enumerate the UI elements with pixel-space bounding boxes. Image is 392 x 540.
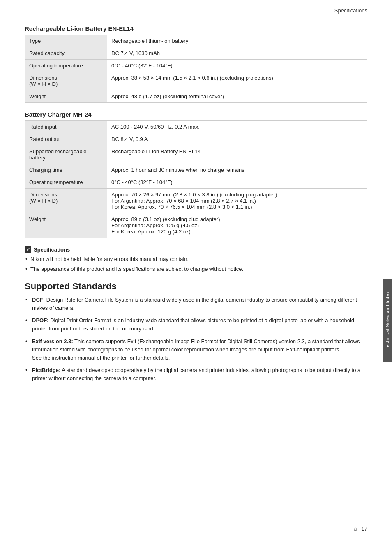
row-label: Rated input xyxy=(25,121,107,133)
sun-icon: ☼ xyxy=(353,525,358,532)
row-value: DC 8.4 V, 0.9 A xyxy=(107,133,367,145)
specs-note-title: ✓ Specifications xyxy=(25,246,367,253)
supported-standards-title: Supported Standards xyxy=(25,281,367,292)
row-label: Dimensions (W × H × D) xyxy=(25,72,107,90)
specs-note: ✓ Specifications Nikon will not be held … xyxy=(25,246,367,273)
table-row: WeightApprox. 89 g (3.1 oz) (excluding p… xyxy=(25,213,367,238)
table-row: TypeRechargeable lithium-ion battery xyxy=(25,35,367,47)
row-value: Approx. 48 g (1.7 oz) (excluding termina… xyxy=(107,90,367,103)
main-content: Rechargeable Li-ion Battery EN-EL14 Type… xyxy=(0,25,392,403)
battery-table: TypeRechargeable lithium-ion batteryRate… xyxy=(25,35,367,103)
standard-term: DCF: xyxy=(32,297,45,303)
table-row: Charging timeApprox. 1 hour and 30 minut… xyxy=(25,164,367,176)
header-title: Specifications xyxy=(334,7,367,14)
table-row: Rated inputAC 100 - 240 V, 50/60 Hz, 0.2… xyxy=(25,121,367,133)
standard-text: Digital Print Order Format is an industr… xyxy=(32,317,354,332)
table-row: WeightApprox. 48 g (1.7 oz) (excluding t… xyxy=(25,90,367,103)
table-row: Dimensions (W × H × D)Approx. 38 × 53 × … xyxy=(25,72,367,90)
row-value: 0°C - 40°C (32°F - 104°F) xyxy=(107,60,367,72)
standards-list: DCF: Design Rule for Camera File System … xyxy=(25,296,367,383)
charger-table: Rated inputAC 100 - 240 V, 50/60 Hz, 0.2… xyxy=(25,120,367,238)
sidebar-label: Technical Notes and Index xyxy=(385,291,390,350)
list-item: Exif version 2.3: This camera supports E… xyxy=(25,337,367,362)
row-label: Rated output xyxy=(25,133,107,145)
standard-term: Exif version 2.3: xyxy=(32,338,73,344)
table-row: Operating temperature0°C - 40°C (32°F - … xyxy=(25,176,367,189)
list-item: DCF: Design Rule for Camera File System … xyxy=(25,296,367,312)
standard-term: PictBridge: xyxy=(32,367,60,373)
table-row: Operating temperature0°C - 40°C (32°F - … xyxy=(25,60,367,72)
specs-bullets-list: Nikon will not be held liable for any er… xyxy=(25,255,367,273)
row-value: Rechargeable lithium-ion battery xyxy=(107,35,367,47)
row-value: Approx. 1 hour and 30 minutes when no ch… xyxy=(107,164,367,176)
row-label: Supported rechargeable battery xyxy=(25,145,107,164)
charger-section-title: Battery Charger MH-24 xyxy=(25,111,367,118)
standard-term: DPOF: xyxy=(32,317,48,323)
row-label: Type xyxy=(25,35,107,47)
page-num-val: 17 xyxy=(362,526,367,532)
battery-section-title: Rechargeable Li-ion Battery EN-EL14 xyxy=(25,25,367,32)
row-value: Approx. 38 × 53 × 14 mm (1.5 × 2.1 × 0.6… xyxy=(107,72,367,90)
row-label: Dimensions (W × H × D) xyxy=(25,189,107,213)
check-icon: ✓ xyxy=(25,246,31,253)
row-value: AC 100 - 240 V, 50/60 Hz, 0.2 A max. xyxy=(107,121,367,133)
row-label: Rated capacity xyxy=(25,47,107,60)
row-value: DC 7.4 V, 1030 mAh xyxy=(107,47,367,60)
standard-text: Design Rule for Camera File System is a … xyxy=(32,297,357,311)
list-item: DPOF: Digital Print Order Format is an i… xyxy=(25,316,367,333)
standard-text: A standard developed cooperatively by th… xyxy=(32,367,360,381)
row-value: Approx. 89 g (3.1 oz) (excluding plug ad… xyxy=(107,213,367,238)
row-value: Approx. 70 × 26 × 97 mm (2.8 × 1.0 × 3.8… xyxy=(107,189,367,213)
list-item: PictBridge: A standard developed coopera… xyxy=(25,366,367,383)
specs-note-label: Specifications xyxy=(34,247,70,253)
table-row: Rated capacityDC 7.4 V, 1030 mAh xyxy=(25,47,367,60)
row-label: Charging time xyxy=(25,164,107,176)
row-label: Operating temperature xyxy=(25,60,107,72)
row-value: 0°C - 40°C (32°F - 104°F) xyxy=(107,176,367,189)
row-label: Operating temperature xyxy=(25,176,107,189)
table-row: Dimensions (W × H × D)Approx. 70 × 26 × … xyxy=(25,189,367,213)
table-row: Supported rechargeable batteryRechargeab… xyxy=(25,145,367,164)
page-header: Specifications xyxy=(0,0,392,18)
table-row: Rated outputDC 8.4 V, 0.9 A xyxy=(25,133,367,145)
standard-text: See the instruction manual of the printe… xyxy=(32,355,170,361)
standard-text: This camera supports Exif (Exchangeable … xyxy=(32,338,360,353)
page-footer: ☼ 17 xyxy=(353,525,367,532)
list-item: The appearance of this product and its s… xyxy=(25,265,367,273)
row-label: Weight xyxy=(25,90,107,103)
list-item: Nikon will not be held liable for any er… xyxy=(25,255,367,263)
row-value: Rechargeable Li-ion Battery EN-EL14 xyxy=(107,145,367,164)
sidebar-tab: Technical Notes and Index xyxy=(383,279,392,362)
row-label: Weight xyxy=(25,213,107,238)
